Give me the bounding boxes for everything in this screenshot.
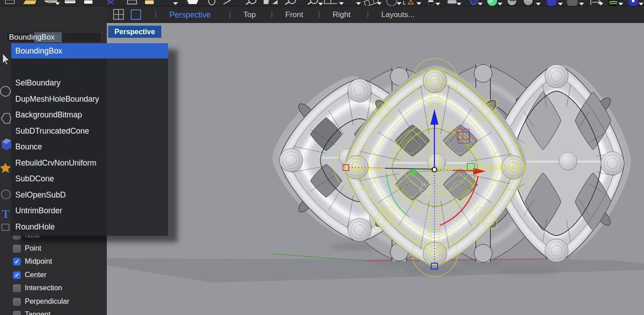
- svg-text:T: T: [2, 207, 9, 220]
- svg-text:L: L: [403, 0, 406, 5]
